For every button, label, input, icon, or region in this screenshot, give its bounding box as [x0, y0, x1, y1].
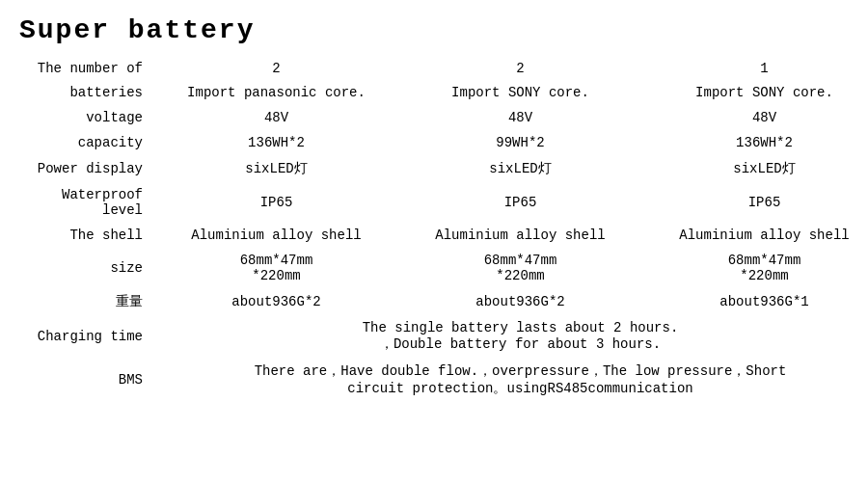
row-label-power-display: Power display [19, 155, 154, 182]
row-label-charging: Charging time [19, 315, 154, 358]
row-val-voltage-col2: 48V [398, 105, 642, 130]
col2-count: 2 [398, 57, 642, 80]
row-label-size: size [19, 248, 154, 288]
col3-count: 1 [642, 57, 868, 80]
row-val-charging: The single battery lasts about 2 hours. … [154, 315, 868, 358]
table-row: The shell Aluminium alloy shell Aluminiu… [19, 223, 868, 248]
row-val-weight-col1: about936G*2 [154, 288, 398, 315]
table-row: capacity 136WH*2 99WH*2 136WH*2 [19, 130, 868, 155]
table-row: Waterproof level IP65 IP65 IP65 [19, 182, 868, 223]
row-val-bms: There are，Have double flow.，overpressure… [154, 358, 868, 402]
row-label-voltage: voltage [19, 105, 154, 130]
table-row-bms: BMS There are，Have double flow.，overpres… [19, 358, 868, 402]
row-val-shell-col1: Aluminium alloy shell [154, 223, 398, 248]
row-val-power-display-col3: sixLED灯 [642, 155, 868, 182]
col1-count: 2 [154, 57, 398, 80]
table-row-charging: Charging time The single battery lasts a… [19, 315, 868, 358]
table-row: 重量 about936G*2 about936G*2 about936G*1 [19, 288, 868, 315]
row-val-power-display-col1: sixLED灯 [154, 155, 398, 182]
table-row-size: size 68mm*47mm *220mm 68mm*47mm *220mm 6… [19, 248, 868, 288]
row-val-shell-col2: Aluminium alloy shell [398, 223, 642, 248]
row-val-capacity-col3: 136WH*2 [642, 130, 868, 155]
row-val-voltage-col3: 48V [642, 105, 868, 130]
row-val-capacity-col1: 136WH*2 [154, 130, 398, 155]
row-label-waterproof: Waterproof level [19, 182, 154, 223]
header-row: The number of 2 2 1 [19, 57, 868, 80]
row-label-weight: 重量 [19, 288, 154, 315]
row-val-batteries-col1: Import panasonic core. [154, 80, 398, 105]
row-val-power-display-col2: sixLED灯 [398, 155, 642, 182]
row-val-capacity-col2: 99WH*2 [398, 130, 642, 155]
table-row: batteries Import panasonic core. Import … [19, 80, 868, 105]
row-val-waterproof-col2: IP65 [398, 182, 642, 223]
row-val-weight-col2: about936G*2 [398, 288, 642, 315]
row-val-waterproof-col3: IP65 [642, 182, 868, 223]
row-label-bms: BMS [19, 358, 154, 402]
row-label-batteries: batteries [19, 80, 154, 105]
row-val-shell-col3: Aluminium alloy shell [642, 223, 868, 248]
page-title: Super battery [19, 15, 849, 45]
row-label-shell: The shell [19, 223, 154, 248]
row-val-size-col1: 68mm*47mm *220mm [154, 248, 398, 288]
row-val-waterproof-col1: IP65 [154, 182, 398, 223]
row-val-voltage-col1: 48V [154, 105, 398, 130]
table-row: voltage 48V 48V 48V [19, 105, 868, 130]
row-val-batteries-col3: Import SONY core. [642, 80, 868, 105]
row-val-batteries-col2: Import SONY core. [398, 80, 642, 105]
row-val-size-col2: 68mm*47mm *220mm [398, 248, 642, 288]
header-label: The number of [19, 57, 154, 80]
row-val-size-col3: 68mm*47mm *220mm [642, 248, 868, 288]
row-val-weight-col3: about936G*1 [642, 288, 868, 315]
row-label-capacity: capacity [19, 130, 154, 155]
table-row: Power display sixLED灯 sixLED灯 sixLED灯 [19, 155, 868, 182]
